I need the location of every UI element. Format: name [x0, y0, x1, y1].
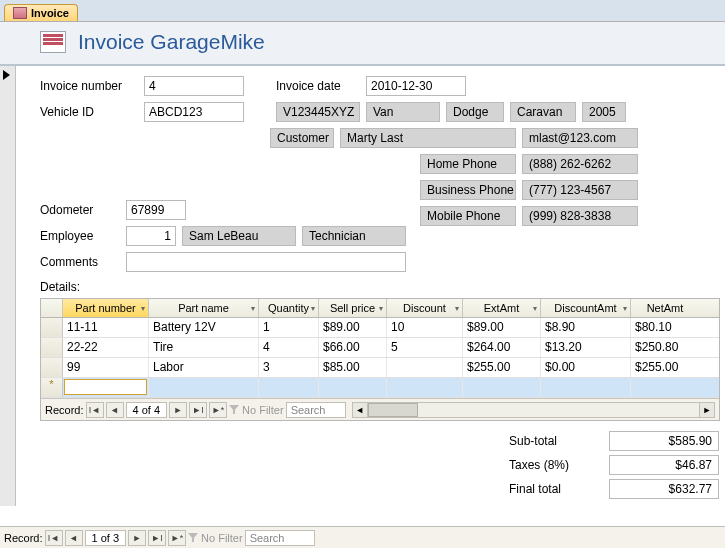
cell-part-name[interactable]: Battery 12V: [149, 318, 259, 337]
label-vehicle-id: Vehicle ID: [40, 105, 138, 119]
cell-quantity[interactable]: 4: [259, 338, 319, 357]
label-invoice-number: Invoice number: [40, 79, 138, 93]
form-header: Invoice GarageMike: [0, 22, 725, 66]
label-comments: Comments: [40, 255, 120, 269]
main-nav-record-label: Record:: [4, 532, 43, 544]
main-nav-prev-button[interactable]: ◄: [65, 530, 83, 546]
field-employee-id[interactable]: [126, 226, 176, 246]
scroll-right-button[interactable]: ►: [699, 402, 715, 418]
cell-discount-amt[interactable]: $13.20: [541, 338, 631, 357]
col-discount[interactable]: Discount▾: [387, 299, 463, 317]
subform-hscroll[interactable]: ◄ ►: [352, 402, 715, 418]
cell-discount[interactable]: 10: [387, 318, 463, 337]
row-selector[interactable]: [41, 338, 63, 357]
label-business-phone: Business Phone: [420, 180, 516, 200]
field-taxes: $46.87: [609, 455, 719, 475]
totals-section: Sub-total $585.90 Taxes (8%) $46.87 Fina…: [40, 431, 725, 499]
field-mobile-phone: (999) 828-3838: [522, 206, 638, 226]
cell-quantity[interactable]: 1: [259, 318, 319, 337]
cell-sell-price[interactable]: $85.00: [319, 358, 387, 377]
field-invoice-number[interactable]: [144, 76, 244, 96]
label-home-phone: Home Phone: [420, 154, 516, 174]
nav-no-filter[interactable]: No Filter: [229, 404, 284, 416]
cell-ext-amt[interactable]: $255.00: [463, 358, 541, 377]
cell-part-number[interactable]: 99: [63, 358, 149, 377]
field-vehicle-year: 2005: [582, 102, 626, 122]
scroll-thumb[interactable]: [368, 403, 418, 417]
main-nav-search-box[interactable]: Search: [245, 530, 315, 546]
cell-sell-price[interactable]: $66.00: [319, 338, 387, 357]
col-sell-price[interactable]: Sell price▾: [319, 299, 387, 317]
field-vehicle-type: Van: [366, 102, 440, 122]
main-nav-first-button[interactable]: I◄: [45, 530, 63, 546]
field-vehicle-id[interactable]: [144, 102, 244, 122]
field-business-phone: (777) 123-4567: [522, 180, 638, 200]
cell-net-amt[interactable]: $255.00: [631, 358, 699, 377]
nav-record-label: Record:: [45, 404, 84, 416]
cell-net-amt[interactable]: $80.10: [631, 318, 699, 337]
current-record-caret-icon: [3, 70, 10, 80]
cell-quantity[interactable]: 3: [259, 358, 319, 377]
nav-prev-button[interactable]: ◄: [106, 402, 124, 418]
cell-discount[interactable]: [387, 358, 463, 377]
field-invoice-date[interactable]: [366, 76, 466, 96]
cell-sell-price[interactable]: $89.00: [319, 318, 387, 337]
table-row[interactable]: 99Labor3$85.00$255.00$0.00$255.00: [41, 358, 719, 378]
main-nav-next-button[interactable]: ►: [128, 530, 146, 546]
field-home-phone: (888) 262-6262: [522, 154, 638, 174]
field-final-total: $632.77: [609, 479, 719, 499]
field-odometer[interactable]: [126, 200, 186, 220]
record-selector-bar[interactable]: [0, 66, 16, 506]
nav-last-button[interactable]: ►I: [189, 402, 207, 418]
col-net-amt[interactable]: NetAmt: [631, 299, 699, 317]
cell-net-amt[interactable]: $250.80: [631, 338, 699, 357]
grid-new-row[interactable]: *: [41, 378, 719, 398]
nav-new-button[interactable]: ►*: [209, 402, 227, 418]
nav-search-box[interactable]: Search: [286, 402, 346, 418]
col-part-number[interactable]: Part number▾: [63, 299, 149, 317]
main-nav-last-button[interactable]: ►I: [148, 530, 166, 546]
col-quantity[interactable]: Quantity▾: [259, 299, 319, 317]
tab-bar: Invoice: [0, 0, 725, 22]
row-selector[interactable]: [41, 318, 63, 337]
cell-part-number[interactable]: 22-22: [63, 338, 149, 357]
cell-ext-amt[interactable]: $89.00: [463, 318, 541, 337]
main-nav-no-filter[interactable]: No Filter: [188, 532, 243, 544]
label-employee: Employee: [40, 229, 120, 243]
cell-part-name[interactable]: Labor: [149, 358, 259, 377]
nav-position[interactable]: 4 of 4: [126, 402, 168, 418]
label-subtotal: Sub-total: [509, 434, 599, 448]
field-subtotal: $585.90: [609, 431, 719, 451]
main-nav-new-button[interactable]: ►*: [168, 530, 186, 546]
main-nav-position[interactable]: 1 of 3: [85, 530, 127, 546]
col-part-name[interactable]: Part name▾: [149, 299, 259, 317]
tab-invoice[interactable]: Invoice: [4, 4, 78, 21]
table-row[interactable]: 11-11Battery 12V1$89.0010$89.00$8.90$80.…: [41, 318, 719, 338]
row-selector[interactable]: [41, 358, 63, 377]
cell-ext-amt[interactable]: $264.00: [463, 338, 541, 357]
field-vehicle-vin: V123445XYZ: [276, 102, 360, 122]
nav-next-button[interactable]: ►: [169, 402, 187, 418]
main-form-nav: Record: I◄ ◄ 1 of 3 ► ►I ►* No Filter Se…: [0, 526, 725, 548]
cell-part-number[interactable]: 11-11: [63, 318, 149, 337]
table-row[interactable]: 22-22Tire4$66.005$264.00$13.20$250.80: [41, 338, 719, 358]
scroll-left-button[interactable]: ◄: [352, 402, 368, 418]
field-comments[interactable]: [126, 252, 406, 272]
nav-first-button[interactable]: I◄: [86, 402, 104, 418]
cell-discount-amt[interactable]: $0.00: [541, 358, 631, 377]
col-ext-amt[interactable]: ExtAmt▾: [463, 299, 541, 317]
cell-discount-amt[interactable]: $8.90: [541, 318, 631, 337]
col-discount-amt[interactable]: DiscountAmt▾: [541, 299, 631, 317]
cell-part-name[interactable]: Tire: [149, 338, 259, 357]
filter-icon: [229, 405, 239, 415]
page-title: Invoice GarageMike: [78, 30, 265, 54]
label-taxes: Taxes (8%): [509, 458, 599, 472]
label-invoice-date: Invoice date: [276, 79, 360, 93]
label-final-total: Final total: [509, 482, 599, 496]
label-odometer: Odometer: [40, 203, 120, 217]
grid-select-all[interactable]: [41, 299, 63, 317]
filter-icon: [188, 533, 198, 543]
new-part-number-cell[interactable]: [64, 379, 147, 395]
cell-discount[interactable]: 5: [387, 338, 463, 357]
tab-label: Invoice: [31, 7, 69, 19]
